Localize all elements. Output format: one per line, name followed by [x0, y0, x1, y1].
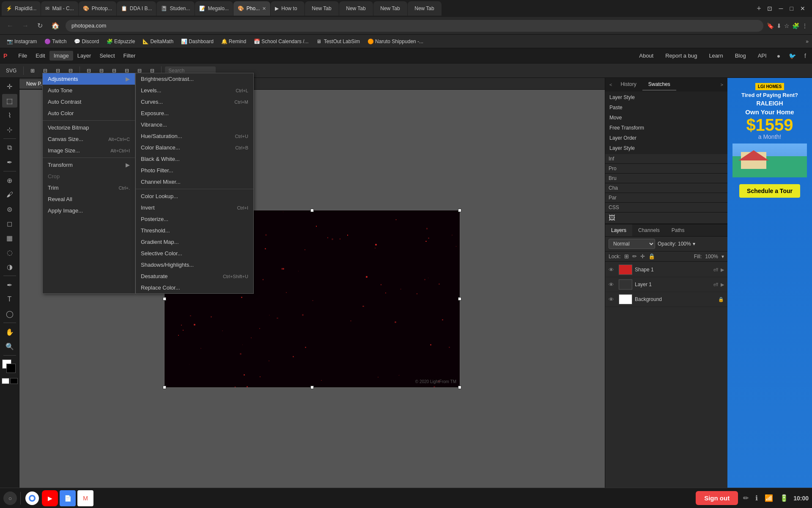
adj-menu-item-1[interactable]: Levels... Ctrl+L	[136, 85, 253, 96]
dodge-tool[interactable]: ◑	[2, 260, 17, 273]
adj-menu-item-12[interactable]: Posterize...	[136, 213, 253, 225]
bookmark-item-3[interactable]: 🧩Edpuzzle	[103, 38, 138, 45]
taskbar-docs[interactable]: 📄	[60, 490, 76, 506]
opacity-value[interactable]: 100%	[678, 241, 691, 247]
layer-eff-1[interactable]: eff	[713, 282, 718, 287]
browser-tab-6[interactable]: 🎨Pho...✕	[233, 1, 270, 16]
paragraphs-panel-header[interactable]: Par	[605, 193, 727, 203]
image-menu-item-3[interactable]: Auto Color	[43, 108, 135, 119]
tab-close-icon[interactable]: ✕	[262, 6, 266, 11]
image-menu-item-11[interactable]: Apply Image...	[43, 205, 135, 216]
adj-menu-item-15[interactable]: Selective Color...	[136, 248, 253, 259]
sel-handle-tr[interactable]	[458, 209, 461, 212]
history-item-1[interactable]: Paste	[605, 102, 727, 113]
adj-menu-item-6[interactable]: Color Balance... Ctrl+B	[136, 142, 253, 153]
adj-menu-item-5[interactable]: Hue/Saturation... Ctrl+U	[136, 130, 253, 142]
adj-menu-item-10[interactable]: Color Lookup...	[136, 190, 253, 202]
browser-tab-3[interactable]: 📋DDA I B...	[117, 1, 156, 16]
bookmark-item-9[interactable]: 🟠Naruto Shippuden -...	[364, 38, 427, 45]
history-item-3[interactable]: Free Transform	[605, 123, 727, 133]
bookmark-item-7[interactable]: 📅School Calendars /...	[250, 38, 312, 45]
maximize-button[interactable]: □	[788, 3, 795, 14]
new-tab-button[interactable]: +	[753, 3, 765, 14]
adj-menu-item-8[interactable]: Photo Filter...	[136, 165, 253, 176]
adj-menu-item-16[interactable]: Shadows/Highlights...	[136, 259, 253, 271]
browser-tab-10[interactable]: New Tab	[373, 1, 407, 16]
eraser-tool[interactable]: ◻	[2, 217, 17, 230]
browser-tab-7[interactable]: ▶How to	[271, 1, 304, 16]
download-icon[interactable]: ⬇	[776, 22, 782, 29]
adj-menu-item-17[interactable]: Desaturate Ctrl+Shift+U	[136, 271, 253, 282]
bookmark-item-5[interactable]: 📊Dashboard	[178, 38, 217, 45]
lock-position-icon[interactable]: ✛	[640, 253, 645, 260]
history-tab[interactable]: History	[614, 79, 642, 91]
reddit-icon[interactable]: ●	[774, 51, 783, 61]
taskbar-wifi-icon[interactable]: 📶	[763, 492, 775, 504]
zoom-tool[interactable]: 🔍	[2, 340, 17, 353]
history-item-0[interactable]: Layer Style	[605, 92, 727, 102]
menu-learn[interactable]: Learn	[705, 51, 727, 61]
channels-panel-header[interactable]: Cha	[605, 183, 727, 193]
eyedropper-tool[interactable]: ✒	[2, 155, 17, 169]
lock-all-icon[interactable]: 🔒	[648, 253, 655, 260]
fill-arrow[interactable]: ▾	[721, 254, 724, 260]
fill-value[interactable]: 100%	[705, 254, 718, 260]
bookmark-item-2[interactable]: 💬Discord	[71, 38, 102, 45]
bookmark-item-1[interactable]: 🟣Twitch	[41, 38, 70, 45]
image-menu-item-2[interactable]: Auto Contrast	[43, 96, 135, 108]
properties-panel-header[interactable]: Pro	[605, 164, 727, 174]
taskbar-info-icon[interactable]: ℹ	[754, 492, 760, 504]
image-menu-item-1[interactable]: Auto Tone	[43, 85, 135, 96]
pen-tool[interactable]: ✒	[2, 278, 17, 292]
browser-tab-11[interactable]: New Tab	[408, 1, 442, 16]
brushes-panel-header[interactable]: Bru	[605, 174, 727, 183]
bookmark-item-4[interactable]: 📐DeltaMath	[139, 38, 177, 45]
quick-mask-btn[interactable]	[10, 378, 18, 384]
image-menu-item-9[interactable]: Trim Ctrl+.	[43, 182, 135, 193]
blend-mode-select[interactable]: Normal	[609, 239, 655, 249]
image-menu-item-0[interactable]: Adjustments ▶	[43, 73, 135, 85]
bookmark-item-8[interactable]: 🖥TestOut LabSim	[313, 38, 363, 45]
swatches-tab[interactable]: Swatches	[642, 79, 676, 91]
adj-menu-item-2[interactable]: Curves... Ctrl+M	[136, 96, 253, 108]
browser-tab-5[interactable]: 📝Megalo...	[195, 1, 233, 16]
menu-about[interactable]: About	[635, 51, 658, 61]
more-bookmarks-button[interactable]: »	[806, 39, 809, 44]
history-item-4[interactable]: Layer Order	[605, 133, 727, 143]
layer-visibility-0[interactable]: 👁	[609, 267, 616, 273]
sign-out-button[interactable]: Sign out	[696, 491, 738, 505]
bookmark-item-6[interactable]: 🔔Remind	[218, 38, 250, 45]
twitter-icon[interactable]: 🐦	[786, 51, 798, 61]
layer-visibility-1[interactable]: 👁	[609, 282, 616, 288]
taskbar-pen-icon[interactable]: ✏	[741, 492, 750, 504]
history-item-5[interactable]: Layer Style	[605, 143, 727, 153]
menu-filter[interactable]: Filter	[119, 51, 140, 61]
layer-expand-0[interactable]: ▶	[721, 267, 724, 273]
sel-handle-mr[interactable]	[458, 297, 461, 301]
menu-edit[interactable]: Edit	[31, 51, 49, 61]
shape-tool[interactable]: ◯	[2, 307, 17, 320]
address-input[interactable]	[66, 20, 763, 32]
lock-image-icon[interactable]: ✏	[632, 253, 637, 260]
taskbar-gmail[interactable]: M	[77, 490, 93, 506]
normal-view-btn[interactable]	[2, 378, 9, 384]
taskbar-youtube[interactable]: ▶	[42, 490, 58, 506]
toolbar-arrange-btn[interactable]: ⊞	[27, 66, 38, 75]
browser-tab-4[interactable]: 📓Studen...	[156, 1, 194, 16]
facebook-icon[interactable]: f	[802, 51, 809, 61]
toolbar-svg-btn[interactable]: SVG	[3, 66, 20, 75]
layer-visibility-2[interactable]: 👁	[609, 296, 616, 303]
taskbar-chrome[interactable]	[24, 490, 40, 506]
history-item-2[interactable]: Move	[605, 113, 727, 123]
browser-tab-9[interactable]: New Tab	[339, 1, 373, 16]
brush-tool[interactable]: 🖌	[2, 188, 17, 202]
adj-menu-item-18[interactable]: Replace Color...	[136, 282, 253, 293]
menu-api[interactable]: API	[754, 51, 771, 61]
layer-item-2[interactable]: 👁 Background 🔒	[605, 292, 727, 307]
taskbar-circle-btn[interactable]: ○	[3, 491, 17, 505]
schedule-tour-button[interactable]: Schedule a Tour	[739, 184, 800, 198]
menu-image[interactable]: Image	[49, 51, 73, 61]
bookmark-item-0[interactable]: 📷Instagram	[3, 38, 40, 45]
marquee-tool[interactable]: ⬚	[2, 94, 17, 108]
image-menu-item-7[interactable]: Transform ▶	[43, 159, 135, 171]
